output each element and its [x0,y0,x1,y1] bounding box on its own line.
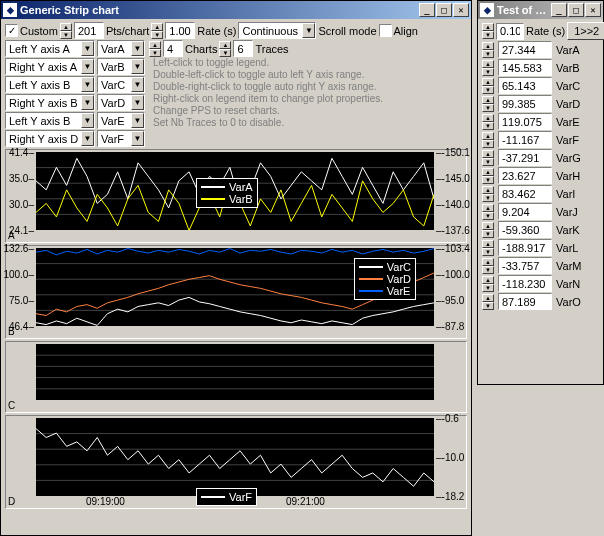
var-value-5[interactable] [498,131,552,148]
var-name-2: VarC [556,80,580,92]
legend-item[interactable]: VarA [201,181,253,193]
var-value-12[interactable] [498,257,552,274]
var-spinner-2[interactable]: ▲▼ [482,78,494,94]
y-tick-left: 41.4– [9,147,34,158]
chart-B[interactable]: 132.6–100.0–75.0–46.4––-103.4–-100.0–-95… [5,245,467,339]
var-spinner-9[interactable]: ▲▼ [482,204,494,220]
y-tick-right: –-0.6 [436,413,459,424]
y-tick-right: –-10.0 [436,452,464,463]
var-value-13[interactable] [498,275,552,292]
var-dropdown-4[interactable]: VarE▼ [97,112,145,129]
var-spinner-1[interactable]: ▲▼ [482,60,494,76]
var-dropdown-1[interactable]: VarB▼ [97,58,145,75]
traces-input[interactable] [233,40,253,57]
var-value-10[interactable] [498,221,552,238]
rate-spinner[interactable]: ▲▼ [151,23,163,39]
var-value-8[interactable] [498,185,552,202]
var-spinner-14[interactable]: ▲▼ [482,294,494,310]
app-icon: ◆ [480,3,494,17]
var-spinner-8[interactable]: ▲▼ [482,186,494,202]
y-tick-right: –-103.4 [436,243,470,254]
var-spinner-7[interactable]: ▲▼ [482,168,494,184]
help-text: Double-right-click to toggle auto right … [149,81,471,93]
chart-legend[interactable]: VarF [196,488,257,506]
scroll-label: Scroll mode [318,25,376,37]
var-dropdown-2[interactable]: VarC▼ [97,76,145,93]
var-dropdown-0[interactable]: VarA▼ [97,40,145,57]
align-checkbox[interactable] [379,24,392,37]
charts-label: Charts [185,43,217,55]
close-button[interactable]: ✕ [453,3,469,17]
side-titlebar[interactable]: ◆ Test of Gene... _ □ ✕ [478,1,603,19]
chart-D[interactable]: –-0.6–-10.0–-18.209:19:0009:21:00DVarF [5,415,467,509]
pts-spinner[interactable]: ▲▼ [60,23,72,39]
var-name-11: VarL [556,242,578,254]
minimize-button[interactable]: _ [551,3,567,17]
chevron-down-icon: ▼ [81,131,94,146]
axis-dropdown-1[interactable]: Right Y axis A▼ [5,58,95,75]
legend-item[interactable]: VarD [359,273,411,285]
var-value-14[interactable] [498,293,552,310]
chart-C[interactable]: C [5,341,467,413]
var-spinner-6[interactable]: ▲▼ [482,150,494,166]
var-spinner-3[interactable]: ▲▼ [482,96,494,112]
var-value-7[interactable] [498,167,552,184]
minimize-button[interactable]: _ [419,3,435,17]
axis-dropdown-2[interactable]: Left Y axis B▼ [5,76,95,93]
pts-input[interactable] [74,22,104,39]
chart-A[interactable]: 41.4–35.0–30.0–24.1––-150.1–-145.0–-140.… [5,149,467,243]
y-tick-right: –-18.2 [436,491,464,502]
traces-label: Traces [255,43,288,55]
chart-legend[interactable]: VarAVarB [196,178,258,208]
window-title: Generic Strip chart [20,4,419,16]
legend-item[interactable]: VarF [201,491,252,503]
close-button[interactable]: ✕ [585,3,601,17]
custom-checkbox[interactable] [5,24,18,37]
y-tick-right: –-95.0 [436,295,464,306]
var-dropdown-3[interactable]: VarD▼ [97,94,145,111]
axis-dropdown-0[interactable]: Left Y axis A▼ [5,40,95,57]
var-value-6[interactable] [498,149,552,166]
var-spinner-10[interactable]: ▲▼ [482,222,494,238]
var-spinner-11[interactable]: ▲▼ [482,240,494,256]
custom-label: Custom [20,25,58,37]
var-name-14: VarO [556,296,581,308]
var-spinner-13[interactable]: ▲▼ [482,276,494,292]
var-value-2[interactable] [498,77,552,94]
axis-dropdown-4[interactable]: Left Y axis B▼ [5,112,95,129]
axis-dropdown-3[interactable]: Right Y axis B▼ [5,94,95,111]
rate-label: Rate (s) [197,25,236,37]
var-spinner-4[interactable]: ▲▼ [482,114,494,130]
var-value-1[interactable] [498,59,552,76]
side-rate-input[interactable] [496,23,524,40]
var-spinner-0[interactable]: ▲▼ [482,42,494,58]
maximize-button[interactable]: □ [568,3,584,17]
var-value-11[interactable] [498,239,552,256]
var-value-0[interactable] [498,41,552,58]
chart-legend[interactable]: VarCVarDVarE [354,258,416,300]
maximize-button[interactable]: □ [436,3,452,17]
copy-button[interactable]: 1>>2 [567,22,604,40]
var-value-4[interactable] [498,113,552,130]
charts-spinner[interactable]: ▲▼ [149,41,161,57]
rate-input[interactable] [165,22,195,39]
help-text: Set Nb Traces to 0 to disable. [149,117,471,129]
var-spinner-5[interactable]: ▲▼ [482,132,494,148]
var-value-9[interactable] [498,203,552,220]
var-value-3[interactable] [498,95,552,112]
side-rate-label: Rate (s) [526,25,565,37]
charts-input[interactable] [163,40,183,57]
titlebar[interactable]: ◆ Generic Strip chart _ □ ✕ [1,1,471,19]
var-dropdown-5[interactable]: VarF▼ [97,130,145,147]
traces-spinner[interactable]: ▲▼ [219,41,231,57]
side-rate-spinner[interactable]: ▲▼ [482,23,494,39]
legend-item[interactable]: VarC [359,261,411,273]
x-tick: 09:21:00 [286,496,325,507]
y-tick-left: 100.0– [3,269,34,280]
legend-item[interactable]: VarE [359,285,411,297]
var-name-10: VarK [556,224,580,236]
mode-dropdown[interactable]: Continuous▼ [238,22,316,39]
axis-dropdown-5[interactable]: Right Y axis D▼ [5,130,95,147]
legend-item[interactable]: VarB [201,193,253,205]
var-spinner-12[interactable]: ▲▼ [482,258,494,274]
